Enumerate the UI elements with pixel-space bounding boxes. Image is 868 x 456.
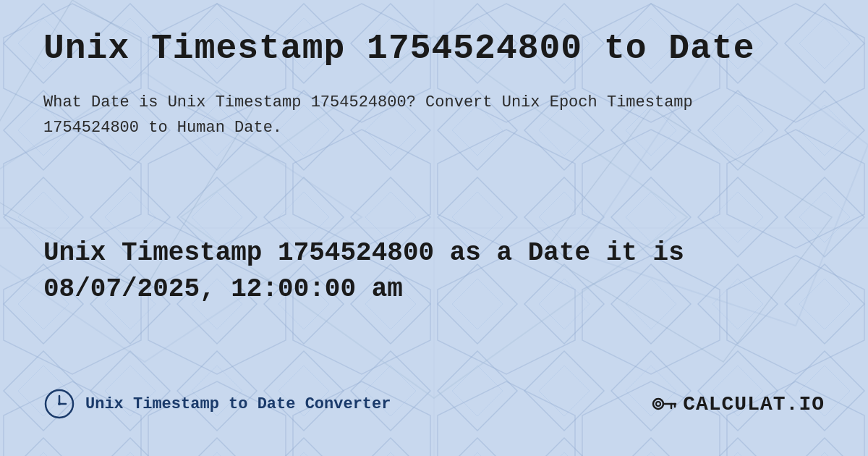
logo-icon	[651, 391, 677, 417]
clock-icon	[43, 388, 75, 420]
logo-text: CALCULAT.IO	[683, 393, 825, 415]
result-text: Unix Timestamp 1754524800 as a Date it i…	[43, 235, 825, 308]
footer: Unix Timestamp to Date Converter CALCULA…	[43, 388, 825, 427]
footer-label: Unix Timestamp to Date Converter	[85, 395, 391, 413]
result-line1: Unix Timestamp 1754524800 as a Date it i…	[43, 238, 684, 268]
result-section: Unix Timestamp 1754524800 as a Date it i…	[43, 235, 825, 308]
page-title: Unix Timestamp 1754524800 to Date	[43, 29, 825, 68]
svg-point-16	[58, 402, 61, 405]
page-description: What Date is Unix Timestamp 1754524800? …	[43, 90, 694, 140]
svg-point-17	[653, 399, 663, 409]
footer-left: Unix Timestamp to Date Converter	[43, 388, 391, 420]
result-line2: 08/07/2025, 12:00:00 am	[43, 274, 403, 304]
svg-point-18	[656, 402, 660, 406]
logo: CALCULAT.IO	[651, 391, 825, 417]
